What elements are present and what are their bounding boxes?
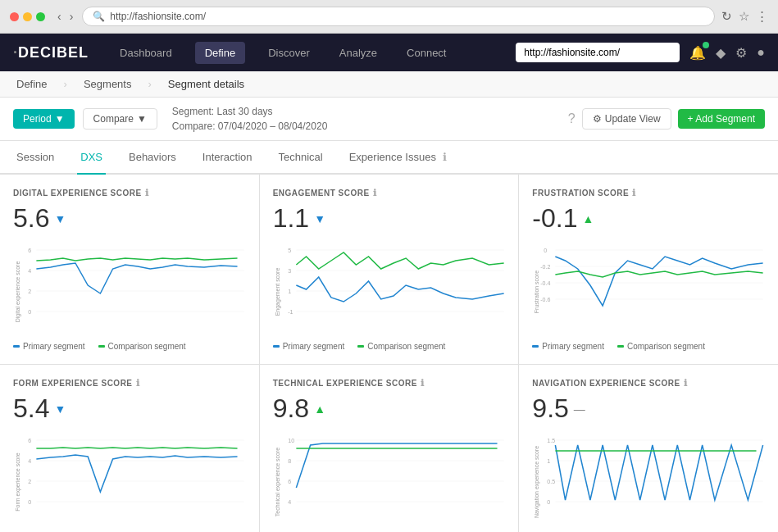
maximize-button[interactable] [36, 12, 45, 21]
card-title-form: FORM EXPERIENCE SCORE ℹ [13, 378, 246, 389]
traffic-lights [10, 12, 45, 21]
chart-engagement: Engagement score 5 3 1 -1 [273, 240, 506, 339]
svg-text:0: 0 [548, 499, 551, 505]
nav-analyze[interactable]: Analyze [333, 43, 384, 62]
chart-frustration: Frustration score 0 -0.2 -0.4 -0.6 [532, 240, 765, 339]
subnav-segments[interactable]: Segments [80, 76, 135, 92]
info-icon-technical[interactable]: ℹ [421, 378, 425, 389]
card-title-digital: DIGITAL EXPERIENCE SCORE ℹ [13, 188, 246, 198]
card-engagement: ENGAGEMENT SCORE ℹ 1.1 ▼ Engagement scor… [260, 175, 519, 364]
add-segment-label: + Add Segment [688, 113, 755, 125]
minimize-button[interactable] [23, 12, 32, 21]
cards-grid: DIGITAL EXPERIENCE SCORE ℹ 5.6 ▼ Digital… [0, 175, 778, 532]
svg-text:-0.6: -0.6 [540, 297, 550, 302]
legend-comparison-digital: Comparison segment [98, 342, 186, 351]
segment-info: Segment: Last 30 days Compare: 07/04/202… [172, 104, 327, 134]
svg-text:1: 1 [288, 289, 291, 294]
legend-frustration: Primary segment Comparison segment [532, 342, 765, 351]
compare-label: Compare [93, 113, 134, 125]
notifications-icon[interactable]: 🔔 [689, 45, 706, 61]
tab-dxs[interactable]: DXS [77, 141, 106, 175]
card-title-frustration: FRUSTRATION SCORE ℹ [532, 188, 765, 198]
nav-define[interactable]: Define [195, 42, 246, 64]
browser-chrome: ‹ › 🔍 http://fashionsite.com/ ↻ ☆ ⋮ [0, 0, 778, 34]
legend-dot-blue-eng [273, 345, 280, 348]
svg-text:0: 0 [544, 248, 548, 253]
nav-discover[interactable]: Discover [262, 43, 316, 62]
card-navigation: NAVIGATION EXPERIENCE SCORE ℹ 9.5 — Navi… [519, 365, 778, 532]
compare-button[interactable]: Compare ▼ [83, 108, 157, 130]
back-button[interactable]: ‹ [55, 10, 64, 23]
nav-connect[interactable]: Connect [400, 43, 453, 62]
subnav-define[interactable]: Define [13, 76, 51, 92]
info-icon-frustration[interactable]: ℹ [632, 188, 636, 198]
compare-dates: Compare: 07/04/2020 – 08/04/2020 [172, 119, 327, 134]
svg-text:-0.2: -0.2 [540, 264, 550, 270]
tab-interaction[interactable]: Interaction [199, 141, 256, 175]
experience-issues-info-icon: ℹ [443, 151, 447, 163]
trend-navigation: — [574, 402, 585, 416]
svg-text:0: 0 [28, 309, 31, 315]
menu-icon[interactable]: ⋮ [756, 9, 768, 24]
score-navigation: 9.5 — [532, 393, 765, 424]
account-icon[interactable]: ● [757, 45, 765, 60]
svg-text:6: 6 [28, 248, 31, 253]
site-url-input[interactable] [516, 43, 680, 62]
info-icon-engagement[interactable]: ℹ [373, 188, 377, 198]
settings-icon[interactable]: ⚙ [735, 45, 747, 61]
toolbar-right: ? ⚙ Update View + Add Segment [568, 108, 765, 130]
logo: ·DECIBEL [13, 44, 89, 61]
address-bar[interactable]: 🔍 http://fashionsite.com/ [82, 7, 715, 26]
card-digital-experience: DIGITAL EXPERIENCE SCORE ℹ 5.6 ▼ Digital… [0, 175, 259, 364]
nav-arrows: ‹ › [55, 10, 75, 23]
svg-text:2: 2 [28, 289, 31, 294]
tab-experience-issues[interactable]: Experience Issues ℹ [346, 141, 450, 175]
help-icon[interactable]: ? [568, 111, 576, 126]
svg-text:0.5: 0.5 [548, 479, 556, 484]
segment-label: Segment: Last 30 days [172, 104, 327, 119]
update-view-label: Update View [605, 113, 661, 125]
svg-text:3: 3 [288, 268, 291, 274]
card-technical: TECHNICAL EXPERIENCE SCORE ℹ 9.8 ▲ Techn… [260, 365, 519, 532]
user-icon[interactable]: ◆ [716, 45, 726, 61]
tab-technical[interactable]: Technical [275, 141, 326, 175]
score-technical: 9.8 ▲ [273, 393, 506, 424]
legend-comparison-frustration: Comparison segment [617, 342, 705, 351]
update-view-button[interactable]: ⚙ Update View [582, 108, 671, 130]
svg-text:4: 4 [28, 458, 31, 464]
chart-navigation: Navigation experience score 1.5 1 0.5 0 [532, 430, 765, 529]
svg-text:Engagement score: Engagement score [275, 268, 281, 316]
legend-dot-blue-frus [532, 345, 539, 348]
svg-text:4: 4 [28, 268, 31, 274]
info-icon-navigation[interactable]: ℹ [684, 378, 688, 389]
period-button[interactable]: Period ▼ [13, 109, 75, 129]
refresh-icon[interactable]: ↻ [721, 9, 732, 24]
score-frustration: -0.1 ▲ [532, 203, 765, 234]
tab-behaviors[interactable]: Behaviors [125, 141, 180, 175]
compare-dropdown-icon: ▼ [137, 113, 147, 125]
info-icon-digital[interactable]: ℹ [145, 188, 149, 198]
trend-frustration: ▲ [582, 212, 594, 225]
top-nav: ·DECIBEL Dashboard Define Discover Analy… [0, 34, 778, 71]
nav-dashboard[interactable]: Dashboard [113, 43, 179, 62]
chart-digital: Digital experience score 6 4 2 0 [13, 240, 246, 339]
subnav-segment-details[interactable]: Segment details [165, 76, 248, 92]
url-display: http://fashionsite.com/ [110, 11, 704, 22]
svg-text:Technical experience score: Technical experience score [275, 448, 281, 516]
svg-text:1: 1 [548, 458, 551, 464]
bookmark-icon[interactable]: ☆ [739, 9, 749, 24]
svg-text:0: 0 [28, 499, 31, 505]
update-view-icon: ⚙ [593, 113, 602, 125]
forward-button[interactable]: › [67, 10, 76, 23]
score-engagement: 1.1 ▼ [273, 203, 506, 234]
svg-text:2: 2 [28, 479, 31, 484]
legend-comparison-engagement: Comparison segment [357, 342, 445, 351]
card-title-technical: TECHNICAL EXPERIENCE SCORE ℹ [273, 378, 506, 389]
tab-session[interactable]: Session [13, 141, 57, 175]
subnav-divider-2: › [148, 78, 151, 90]
svg-text:-0.4: -0.4 [540, 280, 550, 286]
browser-actions: ↻ ☆ ⋮ [721, 9, 768, 24]
close-button[interactable] [10, 12, 19, 21]
info-icon-form[interactable]: ℹ [136, 378, 140, 389]
add-segment-button[interactable]: + Add Segment [678, 109, 765, 129]
